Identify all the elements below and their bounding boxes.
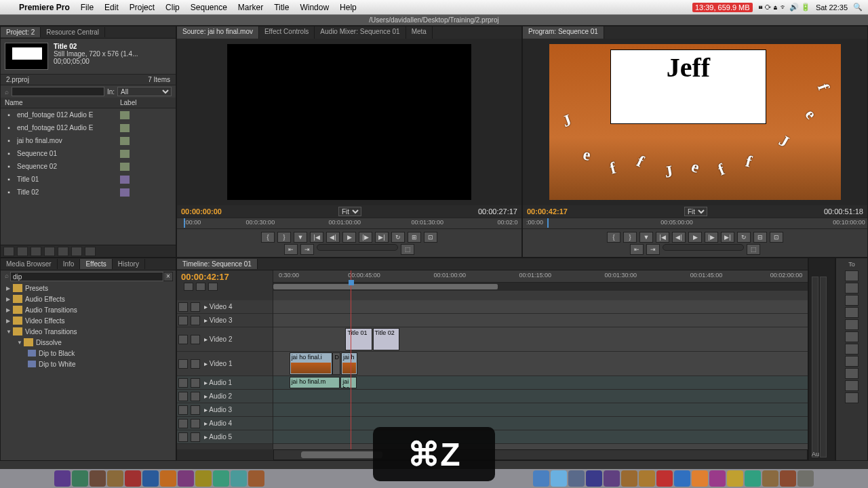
menu-help[interactable]: Help [334, 3, 362, 12]
source-tc-in[interactable]: 00:00:00:00 [181, 207, 222, 216]
bin-item[interactable]: ▪Sequence 02 [1, 160, 176, 173]
track-header[interactable]: ▸ Audio 5 [177, 430, 273, 444]
toggle-output-button[interactable] [178, 392, 188, 401]
source-zoom-select[interactable]: Fit [338, 207, 361, 216]
dock-app-icon[interactable] [142, 470, 159, 487]
track-select-tool[interactable] [845, 283, 859, 293]
program-viewer[interactable]: Jeff J e f f J e f f J e f [523, 39, 867, 205]
slip-tool[interactable] [845, 344, 859, 354]
automate-button[interactable] [31, 247, 41, 256]
track-lane[interactable] [273, 390, 808, 403]
marker-button[interactable] [196, 283, 205, 291]
menu-sequence[interactable]: Sequence [185, 3, 233, 12]
dock-app-icon[interactable] [586, 470, 602, 487]
dock-app-icon[interactable] [248, 470, 264, 487]
spotlight-icon[interactable]: 🔍 [853, 3, 863, 12]
tab-audio-mixer[interactable]: Audio Mixer: Sequence 01 [315, 26, 406, 39]
dock-app-icon[interactable] [568, 470, 585, 487]
track-lane[interactable]: jai ho final.mjai ho [273, 376, 808, 390]
slide-tool[interactable] [845, 356, 859, 367]
program-playhead[interactable] [547, 218, 549, 228]
effects-folder[interactable]: ▼Video Transitions [1, 326, 176, 337]
effects-folder[interactable]: ▶Audio Transitions [1, 304, 176, 315]
dock-app-icon[interactable] [551, 470, 567, 487]
dock-app-icon[interactable] [125, 470, 141, 487]
track-header[interactable]: ▸ Video 4 [177, 300, 273, 314]
prog-step-back-button[interactable]: ◀| [672, 232, 686, 243]
timeline-playhead-line[interactable] [351, 300, 351, 449]
dock-app-icon[interactable] [692, 470, 708, 487]
effects-tree[interactable]: ▶Presets▶Audio Effects▶Audio Transitions… [1, 283, 176, 369]
toggle-lock-button[interactable] [191, 359, 200, 369]
dock-app-icon[interactable] [621, 470, 637, 487]
src-goto-in-button[interactable]: |◀ [310, 232, 323, 243]
dock-app-icon[interactable] [178, 470, 194, 487]
label-swatch[interactable] [120, 188, 130, 197]
track-header[interactable]: ▸ Video 1 [177, 352, 273, 376]
bin-item[interactable]: ▪Title 01 [1, 173, 176, 186]
toggle-lock-button[interactable] [191, 335, 200, 344]
project-search-input[interactable] [12, 87, 104, 96]
prog-extract-button[interactable]: ⊡ [770, 232, 783, 243]
ripple-tool[interactable] [845, 295, 859, 306]
toggle-lock-button[interactable] [191, 432, 200, 442]
dock-app-icon[interactable] [639, 470, 655, 487]
src-export-button[interactable]: ⬚ [401, 244, 414, 255]
toggle-lock-button[interactable] [191, 316, 200, 325]
col-label-header[interactable]: Label [116, 98, 140, 108]
track-header[interactable]: ▸ Video 3 [177, 314, 273, 327]
prog-export-button[interactable]: ⬚ [747, 244, 760, 255]
menu-edit[interactable]: Edit [99, 3, 124, 12]
tab-resource-central[interactable]: Resource Central [41, 27, 105, 37]
effects-folder[interactable]: ▶Presets [1, 283, 176, 293]
dock-app-icon[interactable] [604, 470, 620, 487]
label-swatch[interactable] [120, 176, 130, 184]
rolling-tool[interactable] [845, 307, 859, 318]
clock[interactable]: Sat 22:35 [816, 3, 848, 12]
menu-window[interactable]: Window [294, 3, 334, 12]
disclosure-icon[interactable]: ▶ [6, 296, 13, 302]
menubar-icons[interactable]: ▦ ⟳ ⏏ ᯤ 🔊 🔋 [758, 3, 810, 12]
track-header[interactable]: ▸ Audio 4 [177, 417, 273, 430]
prog-lift-button[interactable]: ⊟ [753, 232, 767, 243]
zoom-tool[interactable] [845, 392, 859, 403]
track-lane[interactable]: jai ho final.iDjai h [273, 352, 808, 376]
timeline-playhead[interactable] [351, 270, 351, 300]
menu-title[interactable]: Title [269, 3, 294, 12]
prog-goto-in-button[interactable]: |◀ [656, 232, 669, 243]
dock-app-icon[interactable] [674, 470, 690, 487]
dock-app-icon[interactable] [231, 470, 247, 487]
track-lane[interactable] [273, 430, 808, 444]
label-swatch[interactable] [120, 111, 130, 119]
tab-info[interactable]: Info [58, 259, 81, 269]
track-header[interactable]: ▸ Audio 3 [177, 403, 273, 417]
pen-tool[interactable] [845, 368, 859, 379]
tab-history[interactable]: History [113, 259, 145, 269]
track-header[interactable]: ▸ Audio 2 [177, 390, 273, 403]
prog-prev-button[interactable]: ⇤ [630, 244, 644, 255]
program-tc-in[interactable]: 00:00:42:17 [527, 207, 568, 216]
effects-search-input[interactable] [10, 272, 163, 281]
track-lane[interactable] [273, 403, 808, 417]
icon-view-button[interactable] [17, 247, 28, 256]
bin-item[interactable]: ▪end_footage 012 Audio E [1, 108, 176, 121]
menu-clip[interactable]: Clip [160, 3, 185, 12]
src-overwrite-button[interactable]: ⊡ [424, 232, 437, 243]
dock-app-icon[interactable] [54, 470, 71, 487]
prog-jog[interactable] [663, 244, 744, 251]
tab-program[interactable]: Program: Sequence 01 [523, 26, 604, 39]
timeline-scrollbar[interactable] [273, 449, 808, 460]
toggle-output-button[interactable] [178, 419, 188, 428]
effects-folder[interactable]: ▶Audio Effects [1, 293, 176, 304]
clip-v1a[interactable]: jai ho final.i [290, 352, 332, 375]
source-viewer[interactable] [177, 39, 521, 205]
tab-timeline[interactable]: Timeline: Sequence 01 [177, 259, 258, 269]
new-bin-button[interactable] [58, 247, 68, 256]
timeline-tc[interactable]: 00:00:42:17 [181, 272, 269, 282]
dock-app-icon[interactable] [72, 470, 88, 487]
source-ruler[interactable]: :00:0000:0:30:0000:01:00:0000:01:30:0000… [177, 218, 521, 228]
toggle-output-button[interactable] [178, 378, 188, 388]
clear-search-button[interactable]: × [163, 272, 173, 281]
dock-app-icon[interactable] [533, 470, 549, 487]
toggle-lock-button[interactable] [191, 419, 200, 428]
